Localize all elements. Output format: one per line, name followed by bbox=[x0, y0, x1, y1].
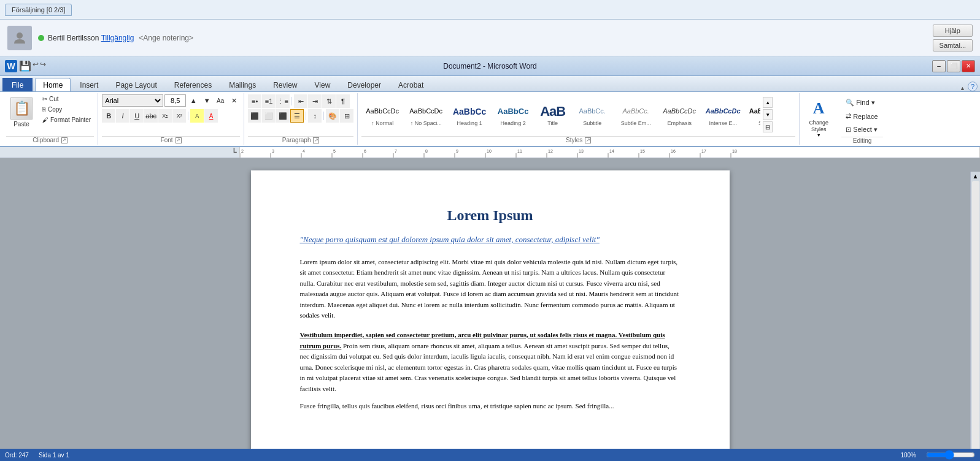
vertical-scrollbar[interactable]: ▲ ▼ bbox=[970, 172, 980, 461]
clipboard-expand[interactable]: ↗ bbox=[61, 137, 68, 143]
paste-button[interactable]: 📋 Paste bbox=[6, 94, 37, 131]
availability-link[interactable]: Tillgänglig bbox=[101, 34, 134, 42]
tab-developer[interactable]: Developer bbox=[339, 78, 389, 91]
cut-button[interactable]: ✂ Cut bbox=[39, 94, 94, 104]
ruler-area: 2 3 4 5 6 7 8 9 10 11 12 13 14 bbox=[239, 147, 980, 158]
tab-view[interactable]: View bbox=[307, 78, 339, 91]
minimize-button[interactable]: – bbox=[932, 60, 946, 72]
ribbon-collapse-icon[interactable]: ▲ bbox=[960, 85, 965, 91]
tab-mailings[interactable]: Mailings bbox=[221, 78, 264, 91]
font-name-select[interactable]: Arial bbox=[102, 94, 163, 107]
styles-scroll-up[interactable]: ▲ bbox=[763, 97, 773, 108]
style-emphasis[interactable]: AaBbCcDc Emphasis bbox=[658, 101, 700, 128]
paragraph-group-content: ≡• ≡1 ⋮≡ ⇤ ⇥ ⇅ ¶ ⬛ ⬜ ⬛ ☰ ↕ 🎨 ⊞ bbox=[248, 94, 353, 135]
underline-button[interactable]: U bbox=[130, 109, 144, 123]
text-color-button[interactable]: A bbox=[204, 109, 218, 123]
increase-indent-button[interactable]: ⇥ bbox=[308, 94, 322, 108]
style-subtitle[interactable]: AaBbCc. Subtitle bbox=[571, 101, 613, 128]
line-spacing-button[interactable]: ↕ bbox=[308, 109, 322, 123]
style-heading1[interactable]: AaBbCc Heading 1 bbox=[449, 101, 490, 128]
font-size-input[interactable] bbox=[164, 94, 186, 107]
replace-button[interactable]: ⇄ Replace bbox=[841, 110, 882, 122]
tab-acrobat[interactable]: Acrobat bbox=[390, 78, 431, 91]
style-title[interactable]: AaB Title bbox=[536, 101, 569, 128]
tab-review[interactable]: Review bbox=[265, 78, 305, 91]
tab-references[interactable]: References bbox=[166, 78, 220, 91]
svg-text:10: 10 bbox=[487, 149, 492, 153]
style-no-spacing[interactable]: AaBbCcDc ↑ No Spaci... bbox=[405, 101, 447, 128]
style-heading2[interactable]: AaBbCc Heading 2 bbox=[492, 101, 534, 128]
ruler-left-marker[interactable]: L bbox=[233, 147, 237, 154]
align-left-button[interactable]: ⬛ bbox=[248, 109, 261, 123]
superscript-button[interactable]: X² bbox=[172, 109, 186, 123]
justify-button[interactable]: ☰ bbox=[290, 109, 304, 123]
subscript-button[interactable]: X₂ bbox=[158, 109, 172, 123]
font-group: Arial ▲ ▼ Aa ✕ B I U abc X₂ X² A A Font bbox=[98, 93, 244, 145]
tab-home[interactable]: Home bbox=[35, 78, 71, 91]
bold-button[interactable]: B bbox=[102, 109, 115, 123]
restore-button[interactable]: ⬜ bbox=[947, 60, 960, 72]
styles-scroll-down[interactable]: ▼ bbox=[763, 109, 773, 120]
tab-file[interactable]: File bbox=[2, 78, 33, 91]
document-quote: "Neque porro quisquam est qui dolorem ip… bbox=[300, 234, 681, 246]
help-button[interactable]: Hjälp bbox=[933, 25, 973, 37]
sort-button[interactable]: ⇅ bbox=[322, 94, 336, 108]
decrease-indent-button[interactable]: ⇤ bbox=[294, 94, 307, 108]
change-styles-button[interactable]: A Change Styles ▼ bbox=[803, 94, 834, 140]
numbering-button[interactable]: ≡1 bbox=[262, 94, 276, 108]
font-size-increase[interactable]: ▲ bbox=[187, 94, 199, 107]
save-icon[interactable]: 💾 bbox=[19, 60, 31, 72]
ruler: 2 3 4 5 6 7 8 9 10 11 12 13 14 bbox=[0, 147, 980, 158]
scroll-up-arrow[interactable]: ▲ bbox=[973, 173, 979, 180]
svg-text:11: 11 bbox=[517, 149, 522, 153]
font-expand[interactable]: ↗ bbox=[176, 137, 182, 143]
strikethrough-button[interactable]: abc bbox=[144, 109, 158, 123]
styles-expand[interactable]: ↗ bbox=[585, 137, 591, 143]
find-button[interactable]: 🔍 Find ▾ bbox=[841, 97, 879, 109]
chat-button[interactable]: Samtal... bbox=[933, 39, 973, 51]
list-buttons-row: ≡• ≡1 ⋮≡ ⇤ ⇥ ⇅ ¶ bbox=[248, 94, 350, 108]
scroll-thumb[interactable] bbox=[972, 181, 979, 452]
multilevel-list-button[interactable]: ⋮≡ bbox=[276, 94, 290, 108]
shading-button[interactable]: 🎨 bbox=[326, 109, 339, 123]
undo-icon[interactable]: ↩ bbox=[33, 60, 39, 72]
align-center-button[interactable]: ⬜ bbox=[262, 109, 276, 123]
editing-group-label: Editing bbox=[841, 137, 883, 145]
window-controls: – ⬜ ✕ bbox=[932, 60, 975, 72]
find-label: Find ▾ bbox=[856, 99, 874, 107]
format-row: B I U abc X₂ X² A A bbox=[102, 109, 218, 123]
notification-tab[interactable]: Försäljning [0 2/3] bbox=[5, 4, 72, 16]
tab-insert[interactable]: Insert bbox=[72, 78, 106, 91]
font-group-label: Font ↗ bbox=[102, 136, 240, 145]
page-count: Sida 1 av 1 bbox=[39, 452, 69, 459]
svg-text:13: 13 bbox=[579, 149, 584, 153]
paragraph-expand[interactable]: ↗ bbox=[313, 137, 319, 143]
document-body1: Lorem ipsum dolor sit amet, consectetur … bbox=[300, 257, 681, 322]
format-painter-button[interactable]: 🖌 Format Painter bbox=[39, 115, 94, 124]
copy-button[interactable]: ⎘ Copy bbox=[39, 105, 94, 114]
document-area: Lorem Ipsum "Neque porro quisquam est qu… bbox=[0, 158, 980, 461]
redo-icon[interactable]: ↪ bbox=[40, 60, 46, 72]
align-right-button[interactable]: ⬛ bbox=[276, 109, 290, 123]
clear-formatting-button[interactable]: ✕ bbox=[228, 94, 240, 107]
copy-icon: ⎘ bbox=[42, 106, 46, 113]
zoom-slider[interactable] bbox=[926, 450, 975, 460]
font-size-decrease[interactable]: ▼ bbox=[201, 94, 213, 107]
style-normal[interactable]: AaBbCcDc ↑ Normal bbox=[361, 101, 403, 128]
styles-open-gallery[interactable]: ⊟ bbox=[763, 121, 773, 132]
style-intense-emphasis[interactable]: AaBbCcDc Intense E... bbox=[702, 101, 744, 128]
borders-button[interactable]: ⊞ bbox=[340, 109, 353, 123]
paste-label: Paste bbox=[14, 121, 29, 128]
bullets-button[interactable]: ≡• bbox=[248, 94, 261, 108]
select-button[interactable]: ⊡ Select ▾ bbox=[841, 124, 882, 135]
tab-page-layout[interactable]: Page Layout bbox=[107, 78, 164, 91]
word-count: Ord: 247 bbox=[5, 452, 29, 459]
style-strong[interactable]: AaBbCcDc Strong bbox=[746, 101, 760, 128]
style-subtle-emphasis[interactable]: AaBbCc. Subtle Em... bbox=[615, 101, 657, 128]
italic-button[interactable]: I bbox=[116, 109, 129, 123]
text-highlight-button[interactable]: A bbox=[190, 109, 204, 123]
font-case-button[interactable]: Aa bbox=[214, 94, 226, 107]
show-formatting-button[interactable]: ¶ bbox=[336, 94, 350, 108]
ribbon-help-icon[interactable]: ? bbox=[968, 82, 978, 91]
close-button[interactable]: ✕ bbox=[962, 60, 975, 72]
